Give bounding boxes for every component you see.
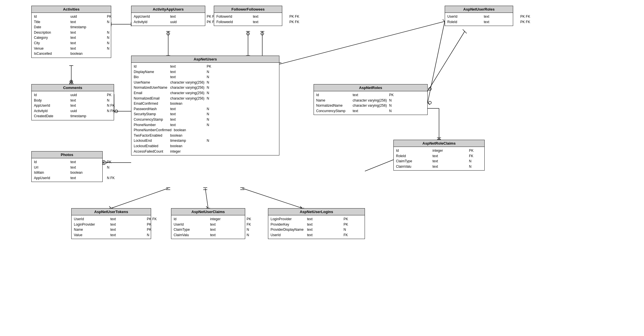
col-field-name: LoginProvider	[271, 216, 305, 222]
table-row: RoleIdtextFK	[396, 153, 482, 159]
col-field-type: text	[110, 222, 145, 227]
col-field-key: PK	[147, 222, 158, 227]
col-field-name: AppUserId	[134, 14, 168, 19]
entity-body-aspnetuserlogins: LoginProvidertextPKProviderKeytextPKProv…	[268, 215, 365, 239]
table-row: UserIdtextFK	[271, 232, 362, 238]
table-row: ConcurrencyStamptextN	[134, 117, 277, 122]
svg-point-38	[428, 101, 431, 104]
col-field-type: uuid	[70, 92, 105, 98]
col-field-key: N	[107, 30, 118, 35]
col-field-key: N FK	[107, 103, 118, 108]
col-field-key: N	[207, 138, 218, 143]
col-field-key: N	[207, 69, 218, 75]
col-field-name: UserId	[174, 222, 208, 227]
col-field-name: PasswordHash	[134, 106, 168, 112]
col-field-type: text	[170, 64, 204, 69]
svg-line-8	[69, 81, 71, 84]
col-field-key: N	[344, 227, 355, 232]
col-field-name: ActivityId	[34, 108, 68, 114]
col-field-name: Category	[34, 35, 68, 41]
col-field-type: text	[170, 112, 204, 117]
svg-point-20	[261, 32, 264, 35]
entity-activityappusers: ActivityAppUsersAppUserIdtextPK FKActivi…	[131, 6, 205, 26]
col-field-key: PK FK	[147, 216, 158, 222]
col-field-key: N	[207, 96, 218, 101]
col-field-type: text	[170, 122, 204, 128]
col-field-key	[107, 170, 118, 175]
table-row: LoginProvidertextPK	[271, 216, 362, 222]
table-row: TwoFactorEnabledboolean	[134, 133, 277, 138]
table-row: AccessFailedCountinteger	[134, 149, 277, 154]
table-row: UserIdtextPK FK	[447, 14, 511, 19]
table-row: ConcurrencyStamptextN	[316, 108, 425, 114]
col-field-key: N	[107, 35, 118, 41]
svg-line-50	[205, 188, 208, 208]
col-field-name: Body	[34, 98, 68, 103]
col-field-type: text	[307, 232, 341, 238]
table-row: SecurityStamptextN	[134, 112, 277, 117]
col-field-type: text	[70, 46, 105, 51]
table-row: UserNamecharacter varying(256)N	[134, 80, 277, 85]
col-field-type: character varying(256)	[170, 90, 204, 96]
table-row: Datetimestamp	[34, 25, 109, 30]
col-field-name: AccessFailedCount	[134, 149, 168, 154]
table-row: LockoutEnabledboolean	[134, 143, 277, 149]
col-field-type: uuid	[70, 108, 105, 114]
col-field-key: N	[107, 41, 118, 46]
col-field-name: ProviderDisplayName	[271, 227, 305, 232]
col-field-key: PK FK	[520, 19, 532, 25]
col-field-key: PK	[247, 216, 258, 222]
col-field-name: SecurityStamp	[134, 112, 168, 117]
col-field-name: EmailConfirmed	[134, 101, 168, 106]
table-row: ClaimTypetextN	[174, 227, 243, 232]
svg-line-56	[365, 160, 393, 171]
col-field-name: Email	[134, 90, 168, 96]
svg-point-6	[70, 80, 73, 83]
table-row: IsCancelledboolean	[34, 51, 109, 56]
col-field-name: AppUserId	[34, 175, 68, 181]
entity-body-aspnetuserclaims: IdintegerPKUserIdtextFKClaimTypetextNCla…	[171, 215, 245, 239]
entity-body-aspnetuserroles: UserIdtextPK FKRoleIdtextPK FK	[445, 13, 513, 26]
table-row: CitytextN	[34, 41, 109, 46]
col-field-key	[207, 101, 218, 106]
entity-header-aspnetroles: AspNetRoles	[314, 84, 427, 91]
col-field-name: City	[34, 41, 68, 46]
col-field-name: ConcurrencyStamp	[316, 108, 350, 114]
col-field-key: N	[207, 85, 218, 90]
col-field-key: N	[207, 112, 218, 117]
col-field-name: Description	[34, 30, 68, 35]
table-row: EmailConfirmedboolean	[134, 101, 277, 106]
col-field-type: text	[70, 175, 105, 181]
table-row: NormalizedEmailcharacter varying(256)N	[134, 96, 277, 101]
entity-body-comments: IduuidPKBodytextNAppUserIdtextN FKActivi…	[32, 91, 114, 120]
entity-aspnetroleclaims: AspNetRoleClaimsIdintegerPKRoleIdtextFKC…	[393, 140, 485, 171]
col-field-type: text	[307, 222, 341, 227]
table-row: UserIdtextFK	[174, 222, 243, 227]
table-row: LoginProvidertextPK	[74, 222, 149, 227]
entity-header-activities: Activities	[32, 6, 111, 13]
col-field-type: boolean	[170, 143, 204, 149]
col-field-key	[107, 51, 118, 56]
table-row: VenuetextN	[34, 46, 109, 51]
col-field-type: character varying(256)	[170, 96, 204, 101]
svg-line-21	[279, 21, 445, 64]
table-row: NormalizedUserNamecharacter varying(256)…	[134, 85, 277, 90]
table-row: RoleIdtextPK FK	[447, 19, 511, 25]
table-row: UserIdtextPK FK	[74, 216, 149, 222]
col-field-key: PK	[389, 92, 401, 98]
table-row: PhoneNumbertextN	[134, 122, 277, 128]
table-row: ActivityIduuidPK FK	[134, 19, 203, 25]
col-field-type: text	[253, 19, 287, 25]
col-field-name: Id	[174, 216, 208, 222]
entity-body-followerfollowees: FollowerIdtextPK FKFolloweeIdtextPK FK	[214, 13, 282, 26]
col-field-type: text	[70, 41, 105, 46]
svg-line-53	[242, 188, 302, 208]
entity-body-photos: IdtextPKUrltextNIsMainbooleanAppUserIdte…	[32, 158, 102, 182]
table-row: FolloweeIdtextPK FK	[216, 19, 280, 25]
table-row: PhoneNumberConfirmedboolean	[134, 127, 277, 133]
col-field-key: PK	[469, 148, 480, 153]
col-field-type: character varying(256)	[353, 103, 387, 108]
entity-body-aspnetroles: IdtextPKNamecharacter varying(256)NNorma…	[314, 91, 427, 115]
col-field-key: N	[247, 232, 258, 238]
col-field-name: NormalizedUserName	[134, 85, 168, 90]
